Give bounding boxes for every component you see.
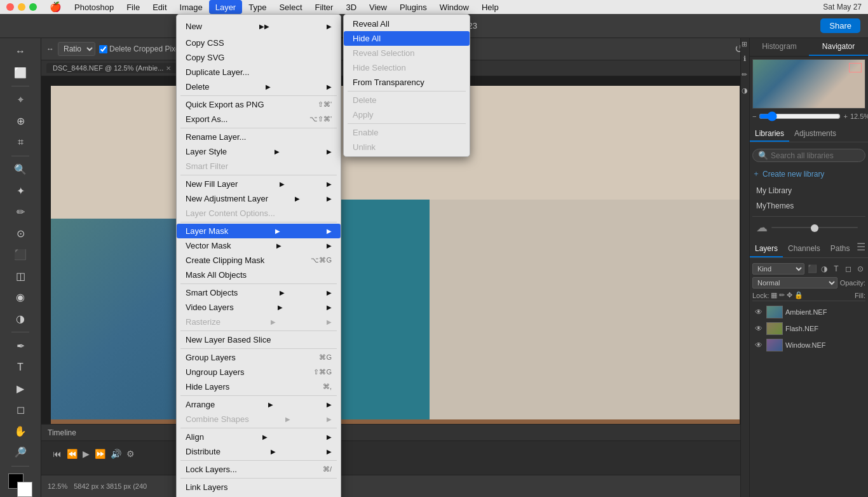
submenu-apply[interactable]: Apply <box>344 107 470 122</box>
filter-smart-icon[interactable]: ⊙ <box>855 264 865 273</box>
path-select-tool[interactable]: ▶ <box>10 378 31 398</box>
menu-rename[interactable]: Rename Layer... <box>177 130 341 144</box>
filter-adjustment-icon[interactable]: ◑ <box>819 264 829 273</box>
submenu-hide-all[interactable]: Hide All <box>344 31 470 46</box>
submenu-reveal-selection[interactable]: Reveal Selection <box>344 46 470 60</box>
submenu-hide-selection[interactable]: Hide Selection <box>344 60 470 75</box>
menu-align[interactable]: Align ▶ <box>177 430 341 444</box>
menubar-help[interactable]: Help <box>475 0 505 14</box>
menubar-file[interactable]: File <box>120 0 146 14</box>
menu-layer-mask[interactable]: Layer Mask ▶ <box>177 224 341 238</box>
stamp-tool[interactable]: ⊙ <box>10 223 31 243</box>
menubar-filter[interactable]: Filter <box>309 0 340 14</box>
eraser-tool[interactable]: ⬛ <box>10 245 31 265</box>
panel-icon-brush[interactable]: ✏ <box>741 71 749 79</box>
menu-copy-svg[interactable]: Copy SVG <box>177 50 341 65</box>
menu-export-as[interactable]: Export As... ⌥⇧⌘' <box>177 112 341 126</box>
menu-distribute[interactable]: Distribute ▶ <box>177 444 341 459</box>
layer-visibility-eye-flash[interactable]: 👁 <box>754 324 764 333</box>
sync-slider-thumb[interactable] <box>811 224 818 232</box>
zoom-slider[interactable] <box>759 111 841 121</box>
rectangular-marquee-tool[interactable]: ⬜ <box>10 63 31 83</box>
lock-all-icon[interactable]: 🔒 <box>794 291 803 299</box>
menu-delete[interactable]: Delete ▶ <box>177 79 341 94</box>
menu-lock-layers[interactable]: Lock Layers... ⌘/ <box>177 462 341 477</box>
lock-move-icon[interactable]: ✥ <box>787 291 792 299</box>
filter-type-icon[interactable]: T <box>831 264 841 273</box>
zoom-minus-icon[interactable]: − <box>752 112 756 120</box>
library-search[interactable]: 🔍 <box>752 149 865 162</box>
lock-pixels-icon[interactable]: ▦ <box>771 291 777 299</box>
menu-smart-objects[interactable]: Smart Objects ▶ <box>177 285 341 300</box>
menubar-window[interactable]: Window <box>433 0 475 14</box>
close-button[interactable] <box>6 3 14 11</box>
menu-hide-layers[interactable]: Hide Layers ⌘, <box>177 379 341 394</box>
move-tool[interactable]: ↔ <box>10 41 31 62</box>
menu-mask-all[interactable]: Mask All Objects <box>177 268 341 282</box>
brush-tool[interactable]: ✏ <box>10 202 31 222</box>
menu-vector-mask[interactable]: Vector Mask ▶ <box>177 238 341 253</box>
menu-duplicate[interactable]: Duplicate Layer... <box>177 65 341 79</box>
menu-layer-content[interactable]: Layer Content Options... <box>177 206 341 221</box>
timeline-start-btn[interactable]: ⏮ <box>53 449 62 459</box>
ratio-select[interactable]: Ratio <box>58 42 95 56</box>
menu-copy-css[interactable]: Copy CSS <box>177 36 341 50</box>
adjustments-tab[interactable]: Adjustments <box>789 126 841 142</box>
timeline-forward-btn[interactable]: ⏩ <box>95 449 105 459</box>
my-library-item[interactable]: My Library <box>752 183 865 198</box>
menubar-image[interactable]: Image <box>173 0 209 14</box>
menubar-select[interactable]: Select <box>273 0 308 14</box>
submenu-delete[interactable]: Delete <box>344 93 470 107</box>
layer-visibility-eye-ambient[interactable]: 👁 <box>754 308 764 317</box>
share-button[interactable]: Share <box>820 18 860 33</box>
panel-icon-info[interactable]: ℹ <box>741 55 749 63</box>
minimize-button[interactable] <box>18 3 25 11</box>
apple-menu[interactable]: 🍎 <box>43 1 68 13</box>
pen-tool[interactable]: ✒ <box>10 336 31 356</box>
panel-icon-adjustments[interactable]: ◑ <box>741 86 749 95</box>
libraries-tab[interactable]: Libraries <box>750 126 789 142</box>
menubar-3d[interactable]: 3D <box>339 0 363 14</box>
menu-layer-style[interactable]: Layer Style ▶ <box>177 144 341 159</box>
lasso-tool[interactable]: ⌖ <box>10 90 31 110</box>
shape-tool[interactable]: ◻ <box>10 400 31 420</box>
menubar-layer[interactable]: Layer <box>209 0 243 14</box>
type-tool[interactable]: T <box>10 357 31 378</box>
eyedropper-tool[interactable]: 🔍 <box>10 160 31 180</box>
timeline-back-btn[interactable]: ⏪ <box>67 449 78 459</box>
channels-tab[interactable]: Channels <box>783 241 825 257</box>
menu-select-linked[interactable]: Select Linked Layers <box>177 494 341 497</box>
library-search-input[interactable] <box>771 151 860 160</box>
timeline-play-btn[interactable]: ▶ <box>83 449 90 459</box>
timeline-audio-btn[interactable]: 🔊 <box>111 449 121 459</box>
menu-arrange[interactable]: Arrange ▶ <box>177 397 341 412</box>
zoom-plus-icon[interactable]: + <box>843 112 847 120</box>
histogram-tab[interactable]: Histogram <box>750 38 809 56</box>
background-color[interactable] <box>17 482 32 497</box>
menubar-edit[interactable]: Edit <box>146 0 173 14</box>
layer-flash[interactable]: 👁 Flash.NEF <box>752 320 865 337</box>
create-library-btn[interactable]: ＋ Create new library <box>752 167 865 183</box>
menu-video-layers[interactable]: Video Layers ▶ <box>177 300 341 315</box>
layers-tab[interactable]: Layers <box>750 241 783 257</box>
layer-visibility-eye-window[interactable]: 👁 <box>754 341 764 350</box>
menu-ungroup-layers[interactable]: Ungroup Layers ⇧⌘G <box>177 365 341 379</box>
blend-mode-select[interactable]: Normal <box>752 277 837 289</box>
filter-type-select[interactable]: Kind <box>752 263 804 275</box>
menu-rasterize[interactable]: Rasterize ▶ <box>177 315 341 329</box>
doc-tab-item[interactable]: DSC_8448.NEF @ 12.5% (Ambie... ✕ <box>46 63 177 73</box>
crop-tool[interactable]: ⌗ <box>10 132 31 153</box>
menu-new[interactable]: New ▶ <box>177 17 341 36</box>
submenu-enable[interactable]: Enable <box>344 125 470 140</box>
paths-tab[interactable]: Paths <box>825 241 855 257</box>
doc-tab-close[interactable]: ✕ <box>166 65 171 72</box>
panel-icon-layers[interactable]: ⊞ <box>741 41 749 47</box>
menu-combine-shapes[interactable]: Combine Shapes ▶ <box>177 412 341 426</box>
blur-tool[interactable]: ◉ <box>10 287 31 308</box>
menu-group-layers[interactable]: Group Layers ⌘G <box>177 350 341 365</box>
lock-draw-icon[interactable]: ✏ <box>779 291 785 299</box>
menu-new-fill[interactable]: New Fill Layer ▶ <box>177 177 341 191</box>
quick-select-tool[interactable]: ⊕ <box>10 111 31 132</box>
menu-new-adj[interactable]: New Adjustment Layer ▶ <box>177 191 341 206</box>
timeline-settings-btn[interactable]: ⚙ <box>126 449 135 459</box>
